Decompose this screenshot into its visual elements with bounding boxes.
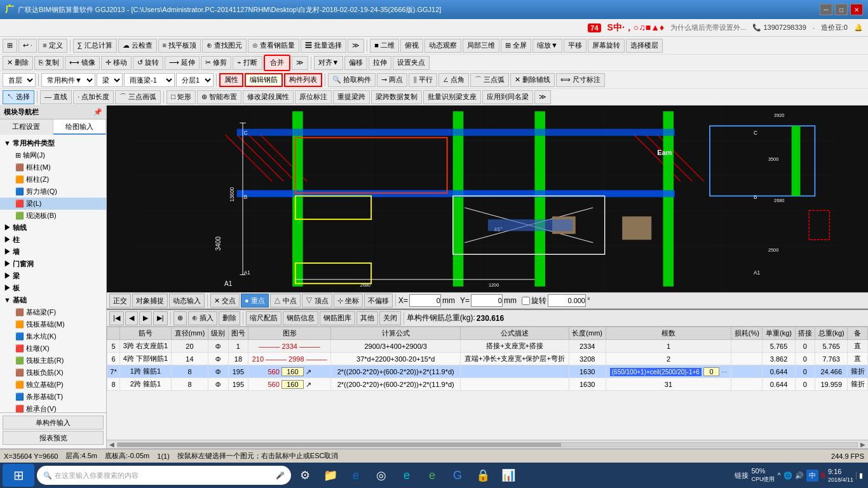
x-input[interactable] xyxy=(409,294,441,307)
insert-row-btn[interactable]: ⊕ 插入 xyxy=(188,311,217,325)
nav-last-btn[interactable]: ▶| xyxy=(153,311,168,325)
tree-beam-group[interactable]: ▶ 梁 xyxy=(0,270,106,282)
delete-aux-btn[interactable]: ✕ 删除辅线 xyxy=(510,73,555,87)
taskbar-icon-item[interactable]: e xyxy=(421,464,444,487)
tree-beam[interactable]: 🟥 梁(L) xyxy=(0,198,106,210)
delete-row-btn[interactable]: 删除 xyxy=(219,311,240,325)
three-point-arc-btn[interactable]: ⌒ 三点弧 xyxy=(470,73,509,87)
flat-slab-btn[interactable]: ≡ 找平板顶 xyxy=(158,39,201,53)
zoom-btn[interactable]: 缩放▼ xyxy=(532,39,562,53)
panel-pin-icon[interactable]: 📌 xyxy=(93,108,102,116)
two-point-btn[interactable]: ⊸ 两点 xyxy=(377,73,407,87)
single-component-btn[interactable]: 单构件输入 xyxy=(3,416,104,430)
tree-foundation-beam[interactable]: 🟫 基础梁(F) xyxy=(0,306,106,318)
dynamic-input-btn[interactable]: 动态输入 xyxy=(169,294,205,308)
tree-door-window[interactable]: ▶ 门窗洞 xyxy=(0,258,106,270)
point-length-btn[interactable]: · 点加长度 xyxy=(73,90,114,104)
minimize-button[interactable]: ─ xyxy=(820,4,832,15)
mic-icon[interactable]: 🎤 xyxy=(276,471,285,480)
tree-axis-net[interactable]: ⊞ 轴网(J) xyxy=(0,149,106,161)
tree-cast-slab[interactable]: 🟩 现浇板(B) xyxy=(0,210,106,222)
shape-input-160-2[interactable] xyxy=(281,380,304,389)
more3-btn[interactable]: ≫ xyxy=(534,90,551,104)
tree-axis[interactable]: ▶ 轴线 xyxy=(0,222,106,234)
local-3d-btn[interactable]: 局部三维 xyxy=(463,39,499,53)
merge-btn[interactable]: 合并 xyxy=(266,56,288,70)
scroll-arrow-right[interactable]: ▶ xyxy=(860,441,865,448)
rotate-btn[interactable]: ↺ 旋转 xyxy=(133,56,163,70)
apply-same-name-btn[interactable]: 应用到同名梁 xyxy=(482,90,533,104)
tree-slab[interactable]: ▶ 板 xyxy=(0,282,106,294)
re-detect-span-btn[interactable]: 重提梁跨 xyxy=(333,90,370,104)
tree-frame-col-m[interactable]: 🟫 框柱(M) xyxy=(0,161,106,173)
show-desktop-btn[interactable]: ▮ xyxy=(856,471,863,480)
taskbar-icon-item[interactable]: 🔒 xyxy=(471,464,494,487)
find-element-btn[interactable]: ⊕ 查找图元 xyxy=(202,39,247,53)
select-floor-btn[interactable]: 选择楼层 xyxy=(626,39,663,53)
tab-drawing-input[interactable]: 绘图输入 xyxy=(53,119,107,135)
stretch-btn[interactable]: 拉伸 xyxy=(369,56,391,70)
rect-btn[interactable]: □ 矩形 xyxy=(166,90,196,104)
maximize-button[interactable]: □ xyxy=(835,4,848,15)
object-snap-btn[interactable]: 对象捕捉 xyxy=(132,294,168,308)
mirror-btn[interactable]: ⟷ 镜像 xyxy=(65,56,100,70)
count-more-icon[interactable]: ··· xyxy=(721,368,727,376)
start-button[interactable]: ⊞ xyxy=(3,464,34,487)
shape-input-160[interactable] xyxy=(281,367,304,376)
more-btn[interactable]: ≫ xyxy=(348,39,364,53)
vertex-btn[interactable]: ▽ 顶点 xyxy=(302,294,332,308)
data-table-container[interactable]: 筋号 直径(mm) 级别 图号 图形 计算公式 公式描述 长度(mm) 根数 损… xyxy=(107,327,868,440)
original-annotation-btn[interactable]: 原位标注 xyxy=(295,90,332,104)
taskbar-search-box[interactable]: 🔍 在这里输入你要搜索的内容 🎤 xyxy=(37,466,291,485)
ortho-btn[interactable]: 正交 xyxy=(109,294,131,308)
rotate-input[interactable] xyxy=(548,294,586,307)
tree-foundation[interactable]: ▼ 基础 xyxy=(0,294,106,306)
2d-btn[interactable]: ■ 二维 xyxy=(370,39,399,53)
tree-col-pier[interactable]: 🟥 柱墩(X) xyxy=(0,342,106,355)
coord-btn[interactable]: ⊹ 坐标 xyxy=(334,294,363,308)
nav-next-btn[interactable]: ▶ xyxy=(139,311,152,325)
taskbar-icon-item[interactable]: G xyxy=(446,464,469,487)
pick-component-btn[interactable]: 🔍 拾取构件 xyxy=(328,73,376,87)
lang-indicator[interactable]: 中 xyxy=(806,470,818,482)
tray-up-icon[interactable]: ^ xyxy=(777,471,780,479)
component-name-select[interactable]: 雨蓬梁-1 xyxy=(124,73,175,87)
more2-btn[interactable]: ≫ xyxy=(292,56,308,70)
add-row-btn[interactable]: ⊕ xyxy=(173,311,187,325)
definition-btn[interactable]: ≡ 定义 xyxy=(38,39,67,53)
endpoint-btn[interactable]: ● 重点 xyxy=(241,294,269,308)
tree-raft-neg-bar[interactable]: 🟫 筏板负筋(X) xyxy=(0,367,106,379)
close-data-btn[interactable]: 关闭 xyxy=(379,311,401,325)
tree-raft-foundation[interactable]: 🟧 筏板基础(M) xyxy=(0,318,106,330)
property-btn[interactable]: 属性 xyxy=(219,73,243,87)
batch-identify-btn[interactable]: 批量识别梁支座 xyxy=(423,90,481,104)
count-input-7[interactable] xyxy=(703,367,719,376)
break-btn[interactable]: ⌁ 打断 xyxy=(233,56,262,70)
point-angle-btn[interactable]: ∠ 点角 xyxy=(438,73,469,87)
edit-rebar-btn[interactable]: 编辑钢筋 xyxy=(245,73,283,87)
batch-select-btn[interactable]: ☰ 批量选择 xyxy=(301,39,346,53)
tab-project-settings[interactable]: 工程设置 xyxy=(0,119,53,135)
midpoint-btn[interactable]: △ 中点 xyxy=(270,294,301,308)
taskbar-icon-item[interactable]: e xyxy=(344,464,367,487)
scroll-arrow-left[interactable]: ◀ xyxy=(109,441,114,448)
align-btn[interactable]: 对齐▼ xyxy=(314,56,344,70)
component-list-btn[interactable]: 构件列表 xyxy=(284,73,322,87)
line-btn[interactable]: — 直线 xyxy=(40,90,72,104)
offset-btn[interactable]: 偏移 xyxy=(344,56,367,70)
tree-column[interactable]: ▶ 柱 xyxy=(0,234,106,246)
layer-select[interactable]: 分层1 xyxy=(176,73,214,87)
move-btn[interactable]: ✛ 移动 xyxy=(101,56,132,70)
cloud-check-btn[interactable]: ☁ 云检查 xyxy=(118,39,157,53)
component-category-select[interactable]: 梁 xyxy=(97,73,123,87)
report-preview-btn[interactable]: 报表预览 xyxy=(3,431,104,445)
parallel-btn[interactable]: ∥ 平行 xyxy=(409,73,437,87)
rotate-check[interactable] xyxy=(522,297,530,305)
intersection-btn[interactable]: ✕ 交点 xyxy=(210,294,240,308)
trim-btn[interactable]: ✂ 修剪 xyxy=(201,56,231,70)
rebar-library-btn[interactable]: 钢筋图库 xyxy=(320,311,355,325)
taskbar-icon-item[interactable]: 📊 xyxy=(497,464,520,487)
top-view-btn[interactable]: 俯视 xyxy=(400,39,423,53)
dimension-btn[interactable]: ⟺ 尺寸标注 xyxy=(556,73,605,87)
tree-shear-wall[interactable]: 🟦 剪力墙(Q) xyxy=(0,186,106,198)
